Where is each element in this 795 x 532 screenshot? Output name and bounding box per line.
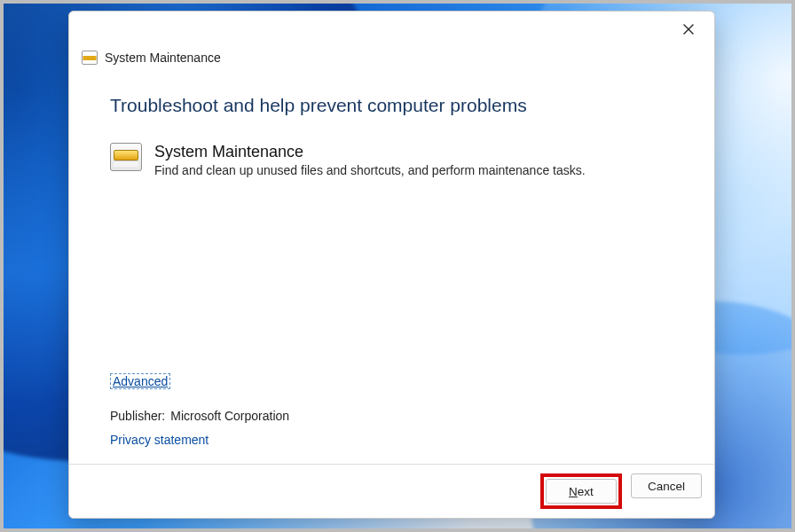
wizard-icon — [82, 51, 98, 65]
next-button[interactable]: Next — [546, 479, 617, 504]
next-highlight: Next — [540, 473, 622, 509]
next-rest: ext — [578, 485, 594, 498]
troubleshooter-dialog: System Maintenance Troubleshoot and help… — [68, 11, 715, 519]
advanced-link[interactable]: Advanced — [110, 373, 170, 389]
page-heading: Troubleshoot and help prevent computer p… — [110, 95, 673, 116]
dialog-footer: Next Cancel — [69, 464, 714, 518]
titlebar — [69, 12, 714, 52]
close-button[interactable] — [670, 17, 707, 43]
next-accel: N — [569, 485, 578, 498]
publisher-row: Publisher:Microsoft Corporation — [110, 409, 673, 423]
close-icon — [683, 22, 694, 38]
publisher-label: Publisher: — [110, 409, 165, 423]
item-description: Find and clean up unused files and short… — [154, 163, 586, 177]
dialog-body: Troubleshoot and help prevent computer p… — [69, 70, 714, 464]
privacy-link[interactable]: Privacy statement — [110, 433, 209, 447]
publisher-value: Microsoft Corporation — [170, 409, 289, 423]
item-title: System Maintenance — [154, 143, 586, 161]
cancel-button[interactable]: Cancel — [631, 473, 702, 498]
wizard-title: System Maintenance — [105, 51, 221, 65]
troubleshooter-item: System Maintenance Find and clean up unu… — [110, 143, 673, 177]
maintenance-icon — [110, 143, 142, 171]
wizard-header: System Maintenance — [69, 51, 714, 70]
